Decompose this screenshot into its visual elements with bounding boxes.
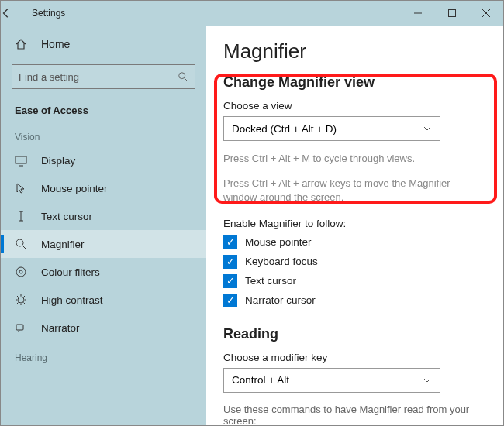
close-button[interactable] (469, 1, 503, 26)
check-label: Keyboard focus (245, 256, 318, 267)
page-title: Magnifier (223, 40, 486, 64)
checkbox-narrator-cursor[interactable]: ✓ Narrator cursor (223, 294, 486, 307)
sidebar-item-mouse-pointer[interactable]: Mouse pointer (1, 174, 206, 202)
svg-line-12 (22, 246, 26, 249)
sidebar-item-magnifier[interactable]: Magnifier (1, 230, 206, 258)
check-label: Narrator cursor (245, 294, 316, 306)
hint-move-window: Press Ctrl + Alt + arrow keys to move th… (223, 177, 486, 204)
checkbox-text-cursor[interactable]: ✓ Text cursor (223, 274, 486, 288)
sidebar-home-label: Home (41, 38, 70, 50)
section-reading-title: Reading (223, 326, 486, 342)
check-label: Mouse pointer (245, 236, 312, 248)
hint-cycle-views: Press Ctrl + Alt + M to cycle through vi… (223, 152, 486, 166)
svg-line-20 (17, 296, 19, 297)
main-content: Magnifier Change Magnifier view Choose a… (206, 26, 503, 425)
search-field[interactable] (19, 71, 178, 83)
svg-point-14 (19, 270, 22, 273)
svg-line-5 (185, 78, 188, 81)
sidebar-item-narrator[interactable]: Narrator (1, 314, 206, 342)
follow-label: Enable Magnifier to follow: (223, 218, 486, 229)
check-label: Text cursor (245, 275, 296, 287)
sidebar-item-colour-filters[interactable]: Colour filters (1, 258, 206, 286)
nav-label: Text cursor (41, 211, 92, 222)
magnifier-icon (15, 238, 30, 250)
sidebar-item-display[interactable]: Display (1, 147, 206, 174)
mouse-pointer-icon (15, 182, 30, 194)
sidebar-item-high-contrast[interactable]: High contrast (1, 286, 206, 314)
sidebar: Home Ease of Access Vision Display Mouse… (1, 26, 206, 425)
chevron-down-icon (423, 376, 432, 385)
checkbox-keyboard-focus[interactable]: ✓ Keyboard focus (223, 255, 486, 269)
colour-filters-icon (15, 266, 30, 278)
chevron-down-icon (423, 124, 432, 133)
back-button[interactable] (1, 8, 32, 19)
svg-point-4 (179, 73, 185, 79)
svg-point-11 (16, 239, 23, 246)
section-change-view-title: Change Magnifier view (223, 74, 486, 91)
nav-label: Display (41, 155, 75, 167)
nav-label: Magnifier (41, 239, 85, 250)
nav-label: Narrator (41, 322, 80, 334)
choose-view-value: Docked (Ctrl + Alt + D) (232, 123, 337, 135)
check-icon: ✓ (223, 255, 237, 269)
svg-rect-1 (449, 10, 456, 17)
nav-label: High contrast (41, 294, 103, 306)
check-icon: ✓ (223, 235, 237, 249)
svg-line-22 (17, 303, 19, 304)
svg-rect-6 (16, 156, 26, 163)
text-cursor-icon (15, 210, 30, 222)
sidebar-category: Ease of Access (1, 97, 206, 121)
modifier-key-label: Choose a modifier key (223, 352, 486, 363)
svg-line-23 (24, 296, 26, 297)
choose-view-label: Choose a view (223, 100, 486, 112)
svg-point-15 (18, 297, 24, 303)
reading-footer-hint: Use these commands to have Magnifier rea… (223, 404, 486, 425)
svg-line-21 (24, 303, 26, 304)
nav-label: Colour filters (41, 266, 100, 278)
window-title: Settings (32, 8, 65, 19)
search-input[interactable] (12, 64, 195, 89)
home-icon (15, 38, 30, 50)
sidebar-group-vision: Vision (1, 121, 206, 147)
narrator-icon (15, 321, 30, 334)
check-icon: ✓ (223, 274, 237, 288)
display-icon (15, 156, 30, 167)
checkbox-mouse-pointer[interactable]: ✓ Mouse pointer (223, 235, 486, 249)
nav-label: Mouse pointer (41, 183, 108, 194)
modifier-key-value: Control + Alt (232, 374, 289, 386)
sidebar-item-text-cursor[interactable]: Text cursor (1, 202, 206, 230)
search-icon (178, 71, 188, 82)
sidebar-group-hearing: Hearing (1, 342, 206, 368)
sidebar-home[interactable]: Home (1, 32, 206, 57)
minimize-button[interactable] (401, 1, 435, 26)
check-icon: ✓ (223, 294, 237, 307)
svg-rect-24 (16, 325, 23, 330)
high-contrast-icon (15, 294, 30, 306)
maximize-button[interactable] (435, 1, 469, 26)
modifier-key-select[interactable]: Control + Alt (223, 368, 440, 393)
choose-view-select[interactable]: Docked (Ctrl + Alt + D) (223, 116, 440, 141)
svg-point-13 (16, 267, 26, 277)
